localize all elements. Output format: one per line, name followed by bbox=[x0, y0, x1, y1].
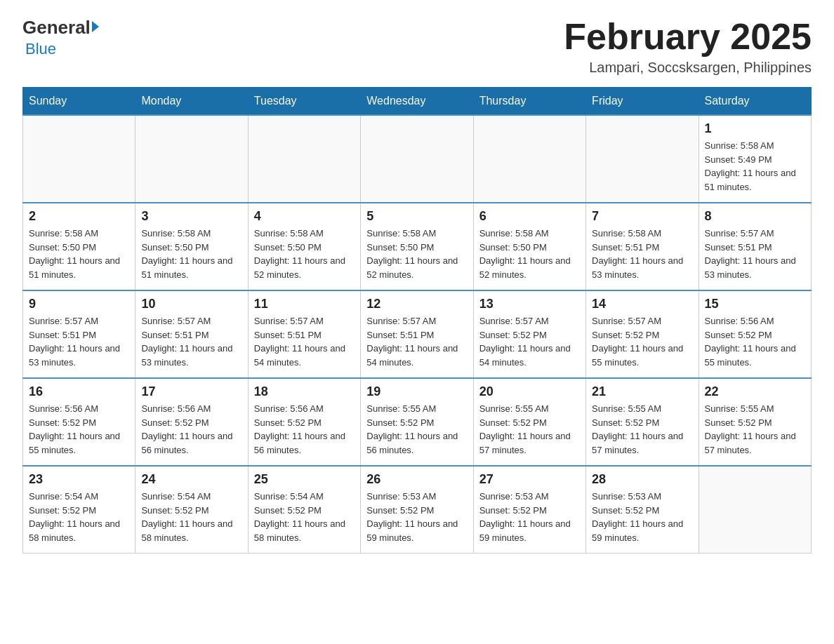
table-row: 1Sunrise: 5:58 AMSunset: 5:49 PMDaylight… bbox=[699, 115, 811, 203]
day-number: 28 bbox=[592, 472, 692, 487]
day-number: 21 bbox=[592, 384, 692, 399]
table-row bbox=[473, 115, 585, 203]
day-info: Sunrise: 5:58 AMSunset: 5:50 PMDaylight:… bbox=[141, 227, 241, 281]
page-header: General Blue February 2025 Lampari, Socc… bbox=[22, 17, 812, 76]
day-number: 10 bbox=[141, 297, 241, 311]
logo-text: General bbox=[22, 17, 99, 39]
table-row: 5Sunrise: 5:58 AMSunset: 5:50 PMDaylight… bbox=[361, 203, 473, 290]
day-info: Sunrise: 5:54 AMSunset: 5:52 PMDaylight:… bbox=[141, 490, 241, 544]
day-info: Sunrise: 5:56 AMSunset: 5:52 PMDaylight:… bbox=[141, 402, 241, 457]
day-info: Sunrise: 5:58 AMSunset: 5:50 PMDaylight:… bbox=[254, 227, 355, 281]
table-row: 21Sunrise: 5:55 AMSunset: 5:52 PMDayligh… bbox=[586, 378, 699, 466]
table-row bbox=[361, 115, 473, 203]
day-number: 6 bbox=[479, 209, 580, 224]
day-number: 7 bbox=[592, 209, 692, 224]
day-number: 17 bbox=[141, 384, 241, 399]
day-info: Sunrise: 5:57 AMSunset: 5:51 PMDaylight:… bbox=[254, 314, 355, 369]
table-row: 7Sunrise: 5:58 AMSunset: 5:51 PMDaylight… bbox=[586, 203, 699, 290]
day-number: 5 bbox=[366, 209, 467, 224]
day-info: Sunrise: 5:57 AMSunset: 5:51 PMDaylight:… bbox=[366, 314, 467, 369]
day-number: 2 bbox=[29, 209, 129, 224]
header-monday: Monday bbox=[135, 88, 248, 116]
day-info: Sunrise: 5:57 AMSunset: 5:52 PMDaylight:… bbox=[479, 314, 580, 369]
table-row: 2Sunrise: 5:58 AMSunset: 5:50 PMDaylight… bbox=[23, 203, 135, 290]
day-number: 20 bbox=[479, 384, 580, 399]
table-row: 6Sunrise: 5:58 AMSunset: 5:50 PMDaylight… bbox=[473, 203, 585, 290]
table-row: 22Sunrise: 5:55 AMSunset: 5:52 PMDayligh… bbox=[699, 378, 811, 466]
table-row: 25Sunrise: 5:54 AMSunset: 5:52 PMDayligh… bbox=[248, 466, 360, 554]
table-row: 19Sunrise: 5:55 AMSunset: 5:52 PMDayligh… bbox=[361, 378, 473, 466]
table-row: 26Sunrise: 5:53 AMSunset: 5:52 PMDayligh… bbox=[361, 466, 473, 554]
day-number: 23 bbox=[29, 472, 129, 487]
calendar-title: February 2025 bbox=[564, 17, 812, 57]
header-friday: Friday bbox=[586, 88, 699, 116]
logo-general: General bbox=[22, 17, 91, 39]
calendar-table: Sunday Monday Tuesday Wednesday Thursday… bbox=[22, 87, 812, 554]
calendar-week-row: 1Sunrise: 5:58 AMSunset: 5:49 PMDaylight… bbox=[23, 115, 812, 203]
header-tuesday: Tuesday bbox=[248, 88, 360, 116]
day-number: 19 bbox=[366, 384, 467, 399]
calendar-week-row: 16Sunrise: 5:56 AMSunset: 5:52 PMDayligh… bbox=[23, 378, 812, 466]
day-number: 25 bbox=[254, 472, 355, 487]
header-saturday: Saturday bbox=[699, 88, 811, 116]
day-info: Sunrise: 5:56 AMSunset: 5:52 PMDaylight:… bbox=[29, 402, 129, 457]
day-info: Sunrise: 5:55 AMSunset: 5:52 PMDaylight:… bbox=[592, 402, 692, 457]
table-row: 17Sunrise: 5:56 AMSunset: 5:52 PMDayligh… bbox=[135, 378, 248, 466]
day-number: 22 bbox=[705, 384, 805, 399]
day-info: Sunrise: 5:58 AMSunset: 5:50 PMDaylight:… bbox=[29, 227, 129, 281]
day-info: Sunrise: 5:57 AMSunset: 5:52 PMDaylight:… bbox=[592, 314, 692, 369]
table-row: 13Sunrise: 5:57 AMSunset: 5:52 PMDayligh… bbox=[473, 290, 585, 378]
calendar-week-row: 23Sunrise: 5:54 AMSunset: 5:52 PMDayligh… bbox=[23, 466, 812, 554]
day-number: 13 bbox=[479, 297, 580, 311]
calendar-header-row: Sunday Monday Tuesday Wednesday Thursday… bbox=[23, 88, 812, 116]
day-info: Sunrise: 5:54 AMSunset: 5:52 PMDaylight:… bbox=[29, 490, 129, 544]
table-row: 18Sunrise: 5:56 AMSunset: 5:52 PMDayligh… bbox=[248, 378, 360, 466]
header-thursday: Thursday bbox=[473, 88, 585, 116]
day-info: Sunrise: 5:56 AMSunset: 5:52 PMDaylight:… bbox=[254, 402, 355, 457]
day-info: Sunrise: 5:57 AMSunset: 5:51 PMDaylight:… bbox=[141, 314, 241, 369]
day-number: 1 bbox=[705, 121, 805, 136]
table-row: 24Sunrise: 5:54 AMSunset: 5:52 PMDayligh… bbox=[135, 466, 248, 554]
table-row: 16Sunrise: 5:56 AMSunset: 5:52 PMDayligh… bbox=[23, 378, 135, 466]
day-number: 18 bbox=[254, 384, 355, 399]
table-row: 20Sunrise: 5:55 AMSunset: 5:52 PMDayligh… bbox=[473, 378, 585, 466]
day-number: 14 bbox=[592, 297, 692, 311]
day-number: 4 bbox=[254, 209, 355, 224]
logo-arrow-icon bbox=[92, 21, 99, 32]
table-row: 28Sunrise: 5:53 AMSunset: 5:52 PMDayligh… bbox=[586, 466, 699, 554]
header-sunday: Sunday bbox=[23, 88, 135, 116]
day-number: 26 bbox=[366, 472, 467, 487]
table-row: 4Sunrise: 5:58 AMSunset: 5:50 PMDaylight… bbox=[248, 203, 360, 290]
day-info: Sunrise: 5:58 AMSunset: 5:50 PMDaylight:… bbox=[366, 227, 467, 281]
table-row: 12Sunrise: 5:57 AMSunset: 5:51 PMDayligh… bbox=[361, 290, 473, 378]
table-row bbox=[586, 115, 699, 203]
day-info: Sunrise: 5:58 AMSunset: 5:50 PMDaylight:… bbox=[479, 227, 580, 281]
day-info: Sunrise: 5:53 AMSunset: 5:52 PMDaylight:… bbox=[479, 490, 580, 544]
calendar-subtitle: Lampari, Soccsksargen, Philippines bbox=[564, 60, 812, 76]
table-row: 15Sunrise: 5:56 AMSunset: 5:52 PMDayligh… bbox=[699, 290, 811, 378]
day-number: 12 bbox=[366, 297, 467, 311]
day-info: Sunrise: 5:55 AMSunset: 5:52 PMDaylight:… bbox=[479, 402, 580, 457]
day-info: Sunrise: 5:55 AMSunset: 5:52 PMDaylight:… bbox=[366, 402, 467, 457]
day-info: Sunrise: 5:55 AMSunset: 5:52 PMDaylight:… bbox=[705, 402, 805, 457]
day-info: Sunrise: 5:58 AMSunset: 5:49 PMDaylight:… bbox=[705, 139, 805, 194]
table-row bbox=[135, 115, 248, 203]
day-info: Sunrise: 5:57 AMSunset: 5:51 PMDaylight:… bbox=[705, 227, 805, 281]
day-number: 11 bbox=[254, 297, 355, 311]
title-area: February 2025 Lampari, Soccsksargen, Phi… bbox=[564, 17, 812, 76]
table-row: 10Sunrise: 5:57 AMSunset: 5:51 PMDayligh… bbox=[135, 290, 248, 378]
day-info: Sunrise: 5:53 AMSunset: 5:52 PMDaylight:… bbox=[366, 490, 467, 544]
header-wednesday: Wednesday bbox=[361, 88, 473, 116]
day-number: 8 bbox=[705, 209, 805, 224]
logo: General Blue bbox=[22, 17, 99, 58]
calendar-week-row: 9Sunrise: 5:57 AMSunset: 5:51 PMDaylight… bbox=[23, 290, 812, 378]
day-info: Sunrise: 5:57 AMSunset: 5:51 PMDaylight:… bbox=[29, 314, 129, 369]
day-number: 16 bbox=[29, 384, 129, 399]
day-info: Sunrise: 5:53 AMSunset: 5:52 PMDaylight:… bbox=[592, 490, 692, 544]
table-row: 23Sunrise: 5:54 AMSunset: 5:52 PMDayligh… bbox=[23, 466, 135, 554]
table-row bbox=[248, 115, 360, 203]
table-row bbox=[699, 466, 811, 554]
day-info: Sunrise: 5:56 AMSunset: 5:52 PMDaylight:… bbox=[705, 314, 805, 369]
day-number: 27 bbox=[479, 472, 580, 487]
day-number: 3 bbox=[141, 209, 241, 224]
